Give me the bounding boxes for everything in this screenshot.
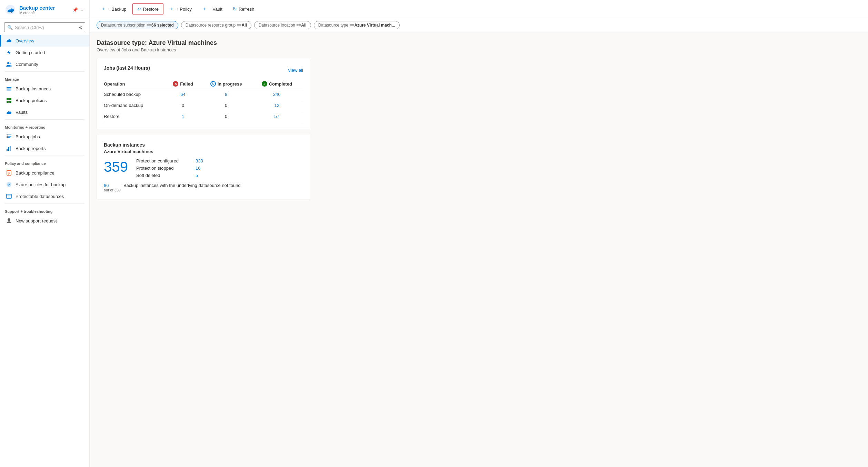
svg-rect-8 — [9, 98, 11, 100]
sidebar-item-protectable-datasources-label: Protectable datasources — [16, 194, 64, 199]
sidebar-item-backup-jobs[interactable]: Backup jobs — [0, 131, 89, 142]
sidebar-item-getting-started-label: Getting started — [16, 50, 45, 55]
inprogress-scheduled[interactable]: 8 — [202, 89, 253, 100]
backup-instances-total[interactable]: 359 — [104, 160, 128, 174]
policy-section-label: Policy and compliance — [0, 157, 89, 167]
stat-val-protection-stopped[interactable]: 16 — [196, 166, 200, 171]
backup-instances-stats: Protection configured 338 Protection sto… — [136, 158, 203, 178]
plus-backup-icon: ＋ — [101, 6, 106, 12]
backup-button-label: + Backup — [108, 7, 127, 12]
footer-num[interactable]: 86 — [104, 183, 121, 188]
vault-button[interactable]: ＋ + Vault — [198, 3, 227, 14]
sidebar-item-backup-reports[interactable]: Backup reports — [0, 142, 89, 154]
col-completed: ✓ Completed — [253, 79, 303, 89]
svg-point-16 — [7, 137, 8, 138]
sidebar-item-vaults[interactable]: Vaults — [0, 106, 89, 118]
cloud-icon — [6, 38, 12, 44]
filter-resource-group[interactable]: Datasource resource group == All — [181, 21, 251, 29]
policy-divider — [5, 156, 84, 156]
completed-restore[interactable]: 57 — [253, 111, 303, 122]
search-icon: 🔍 — [7, 25, 13, 30]
sidebar-item-protectable-datasources[interactable]: Protectable datasources — [0, 190, 89, 202]
inprogress-status-icon: ↻ — [210, 81, 216, 87]
backup-button[interactable]: ＋ + Backup — [97, 3, 131, 14]
sidebar-item-backup-compliance-label: Backup compliance — [16, 170, 54, 176]
completed-status-icon: ✓ — [262, 81, 267, 87]
people-icon — [6, 61, 12, 67]
sidebar-item-backup-compliance[interactable]: Backup compliance — [0, 167, 89, 179]
content-area: Datasource type: Azure Virtual machines … — [90, 32, 868, 467]
search-bar[interactable]: 🔍 Search (Ctrl+/) « — [4, 22, 85, 32]
sidebar-item-azure-policies[interactable]: Azure policies for backup — [0, 179, 89, 190]
restore-button[interactable]: ↩ Restore — [132, 3, 164, 14]
failed-restore[interactable]: 1 — [167, 111, 202, 122]
svg-rect-7 — [7, 98, 9, 100]
sidebar-item-azure-policies-label: Azure policies for backup — [16, 182, 66, 187]
filter-location[interactable]: Datasource location == All — [254, 21, 311, 29]
person-icon — [6, 218, 12, 224]
pin-icon[interactable]: 📌 — [72, 7, 78, 12]
svg-point-3 — [10, 63, 11, 64]
svg-point-27 — [8, 218, 10, 221]
svg-point-15 — [7, 136, 8, 137]
manage-divider — [5, 71, 84, 72]
filter-location-val: All — [301, 23, 306, 28]
sidebar-item-backup-instances[interactable]: Backup instances — [0, 83, 89, 95]
svg-rect-9 — [7, 101, 9, 103]
view-all-link[interactable]: View all — [288, 68, 303, 73]
table-row: Scheduled backup 64 8 246 — [104, 89, 303, 100]
failed-ondemand: 0 — [167, 100, 202, 111]
grid-icon — [6, 97, 12, 103]
policy-button-label: + Policy — [176, 7, 192, 12]
filter-datasource-type[interactable]: Datasource type == Azure Virtual mach... — [314, 21, 400, 29]
box-icon — [6, 86, 12, 92]
vault-cloud-icon — [6, 109, 12, 115]
page-title: Datasource type: Azure Virtual machines — [97, 39, 861, 47]
sidebar-item-getting-started[interactable]: Getting started — [0, 47, 89, 58]
failed-status-icon: ✕ — [173, 81, 178, 87]
sidebar-item-backup-policies-label: Backup policies — [16, 98, 47, 103]
stat-val-protection-configured[interactable]: 338 — [196, 158, 203, 163]
sidebar-nav: Overview Getting started Community Manag… — [0, 33, 89, 467]
jobs-card-header: Jobs (last 24 Hours) View all — [104, 65, 303, 75]
filter-resource-group-val: All — [242, 23, 247, 28]
stat-val-soft-deleted[interactable]: 5 — [196, 173, 198, 178]
sidebar-header: Backup center Microsoft 📌 ··· — [0, 0, 89, 19]
page-subtitle: Overview of Jobs and Backup instances — [97, 47, 861, 52]
col-in-progress: ↻ In progress — [202, 79, 253, 89]
svg-rect-10 — [9, 101, 11, 103]
manage-section-label: Manage — [0, 73, 89, 83]
backup-instances-footer: 86 out of 359 Backup instances with the … — [104, 183, 303, 192]
filter-datasource-type-key: Datasource type == — [318, 23, 355, 28]
svg-rect-19 — [10, 146, 11, 151]
filter-subscription[interactable]: Datasource subscription == 66 selected — [97, 21, 178, 29]
plus-vault-icon: ＋ — [202, 6, 207, 12]
completed-ondemand[interactable]: 12 — [253, 100, 303, 111]
app-subtitle: Microsoft — [19, 11, 55, 15]
sidebar-header-actions[interactable]: 📌 ··· — [72, 7, 84, 12]
completed-scheduled[interactable]: 246 — [253, 89, 303, 100]
sidebar-item-backup-reports-label: Backup reports — [16, 146, 46, 151]
op-ondemand-backup: On-demand backup — [104, 100, 167, 111]
sidebar-item-new-support-label: New support request — [16, 218, 57, 223]
restore-button-label: Restore — [143, 7, 159, 12]
stat-row-protection-stopped: Protection stopped 16 — [136, 166, 203, 171]
svg-rect-17 — [7, 149, 8, 151]
sidebar-item-overview[interactable]: Overview — [0, 35, 89, 47]
sidebar-item-backup-policies[interactable]: Backup policies — [0, 95, 89, 106]
toolbar: ＋ + Backup ↩ Restore ＋ + Policy ＋ + Vaul… — [90, 0, 868, 18]
sidebar-item-community[interactable]: Community — [0, 58, 89, 70]
table-icon — [6, 193, 12, 199]
op-restore: Restore — [104, 111, 167, 122]
policy-button[interactable]: ＋ + Policy — [165, 3, 196, 14]
support-section-label: Support + troubleshooting — [0, 205, 89, 215]
collapse-button[interactable]: « — [79, 24, 82, 30]
failed-scheduled[interactable]: 64 — [167, 89, 202, 100]
footer-text: Backup instances with the underlying dat… — [123, 183, 241, 188]
monitoring-section-label: Monitoring + reporting — [0, 121, 89, 131]
sidebar: Backup center Microsoft 📌 ··· 🔍 Search (… — [0, 0, 90, 467]
sidebar-item-new-support[interactable]: New support request — [0, 215, 89, 227]
stat-label-protection-configured: Protection configured — [136, 158, 191, 163]
refresh-button[interactable]: ↻ Refresh — [228, 4, 259, 14]
more-icon[interactable]: ··· — [81, 7, 84, 12]
